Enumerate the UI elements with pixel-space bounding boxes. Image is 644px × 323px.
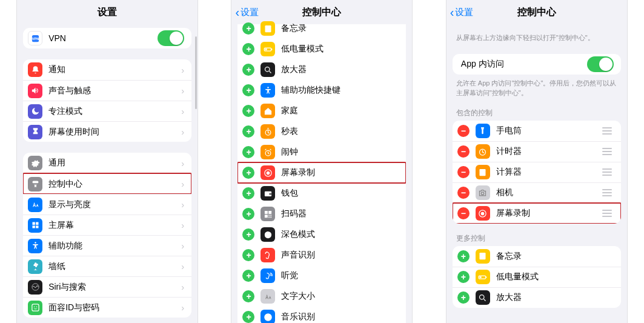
add-control-row: +放大器 <box>237 59 406 80</box>
add-button[interactable]: + <box>242 249 254 261</box>
settings-row[interactable]: 控制中心› <box>23 173 191 194</box>
settings-row[interactable]: Siri与搜索› <box>23 276 191 297</box>
torch-icon <box>476 124 490 138</box>
reorder-handle[interactable] <box>600 168 614 176</box>
row-label: 面容ID与密码 <box>48 302 181 313</box>
settings-row[interactable]: 墙纸› <box>23 256 191 276</box>
settings-row[interactable]: 屏幕使用时间› <box>23 121 191 142</box>
add-button[interactable]: + <box>242 270 254 282</box>
add-control-row: +文字大小 <box>237 286 406 307</box>
add-button[interactable]: + <box>457 291 470 304</box>
app-access-toggle[interactable] <box>587 56 614 72</box>
add-button[interactable]: + <box>242 146 254 158</box>
chevron-right-icon: › <box>181 158 184 168</box>
chevron-left-icon: ‹ <box>235 5 239 19</box>
control-center-manage-screen: ‹ 设置 控制中心 从屏幕右上方边缘向下轻扫以打开"控制中心"。 App 内访问… <box>446 0 628 323</box>
add-button[interactable]: + <box>242 125 254 138</box>
settings-row[interactable]: 通用› <box>23 153 191 173</box>
remove-button[interactable]: − <box>457 166 470 178</box>
home-icon <box>261 104 275 118</box>
row-label: 专注模式 <box>48 106 181 117</box>
add-button[interactable]: + <box>457 250 470 262</box>
add-control-row: +备忘录 <box>237 18 406 39</box>
bell-icon <box>28 62 42 77</box>
row-label: 辅助功能快捷键 <box>281 85 399 96</box>
add-button[interactable]: + <box>242 84 254 96</box>
record-icon <box>476 206 490 221</box>
included-control-row: −计时器 <box>453 141 621 162</box>
add-button[interactable]: + <box>242 208 254 220</box>
reorder-handle[interactable] <box>600 210 614 217</box>
add-button[interactable]: + <box>242 64 254 76</box>
row-label: 听觉 <box>281 270 399 281</box>
settings-row[interactable]: 面容ID与密码› <box>23 297 191 318</box>
settings-row[interactable]: 显示与亮度› <box>23 194 191 215</box>
add-button[interactable]: + <box>457 271 470 283</box>
chevron-right-icon: › <box>181 220 184 230</box>
row-label: 扫码器 <box>281 208 399 219</box>
nav-title: 设置 <box>98 6 117 19</box>
row-label: 显示与亮度 <box>48 199 181 210</box>
row-label: 放大器 <box>496 292 614 303</box>
settings-row[interactable]: 通知› <box>23 59 191 80</box>
row-label: 闹钟 <box>281 147 399 158</box>
grid-icon <box>28 218 42 233</box>
reorder-handle[interactable] <box>600 189 614 196</box>
row-app-access[interactable]: App 内访问 <box>453 54 621 75</box>
vpn-toggle[interactable] <box>158 30 184 46</box>
chevron-right-icon: › <box>181 179 184 189</box>
tip-text: 从屏幕右上方边缘向下轻扫以打开"控制中心"。 <box>456 33 617 43</box>
calc-icon <box>476 165 490 179</box>
remove-button[interactable]: − <box>457 145 470 158</box>
zoom-icon <box>261 62 275 77</box>
included-control-row: −手电筒 <box>453 121 621 141</box>
settings-row[interactable]: 声音与触感› <box>23 80 191 101</box>
remove-button[interactable]: − <box>457 207 470 219</box>
add-button[interactable]: + <box>242 22 254 35</box>
remove-button[interactable]: − <box>457 187 470 199</box>
chevron-right-icon: › <box>181 302 184 313</box>
settings-row[interactable]: 专注模式› <box>23 101 191 121</box>
row-label: 声音识别 <box>281 250 399 261</box>
scroll-indicator[interactable] <box>195 36 197 109</box>
add-button[interactable]: + <box>242 311 254 323</box>
add-control-row: +扫码器 <box>237 204 406 224</box>
remove-button[interactable]: − <box>457 125 470 137</box>
add-button[interactable]: + <box>242 43 254 55</box>
chevron-right-icon: › <box>181 241 184 251</box>
row-label: 屏幕使用时间 <box>48 127 181 138</box>
toggles-icon <box>28 177 42 191</box>
row-label: Siri与搜索 <box>48 282 181 293</box>
row-label: 深色模式 <box>281 229 399 240</box>
back-label: 设置 <box>241 7 259 18</box>
siri-icon <box>28 280 42 295</box>
add-control-row: +听觉 <box>237 265 406 286</box>
reorder-handle[interactable] <box>600 127 614 135</box>
timer-icon <box>476 144 490 159</box>
row-label: 备忘录 <box>281 23 399 34</box>
row-label: 相机 <box>496 187 600 198</box>
shazam-icon <box>261 310 275 323</box>
included-control-row: −相机 <box>453 182 621 203</box>
sound-icon <box>28 84 42 98</box>
add-button[interactable]: + <box>242 187 254 199</box>
alarm-icon <box>261 145 275 159</box>
add-control-row: +低电量模式 <box>237 39 406 59</box>
row-label: 计时器 <box>496 146 600 157</box>
add-control-row: +屏幕录制 <box>237 162 406 183</box>
reorder-handle[interactable] <box>600 148 614 155</box>
row-label: 钱包 <box>281 188 399 199</box>
add-button[interactable]: + <box>242 290 254 302</box>
stopwatch-icon <box>261 124 275 139</box>
back-button[interactable]: ‹ 设置 <box>450 0 474 24</box>
add-button[interactable]: + <box>242 228 254 241</box>
settings-row[interactable]: 辅助功能› <box>23 235 191 256</box>
chevron-right-icon: › <box>181 85 184 96</box>
nav-bar: ‹ 设置 控制中心 <box>446 0 627 24</box>
battery-icon <box>261 42 275 56</box>
add-button[interactable]: + <box>242 167 254 179</box>
settings-row[interactable]: 主屏幕› <box>23 215 191 235</box>
face-icon <box>28 301 42 315</box>
row-vpn[interactable]: VPN <box>23 28 191 48</box>
add-button[interactable]: + <box>242 105 254 117</box>
